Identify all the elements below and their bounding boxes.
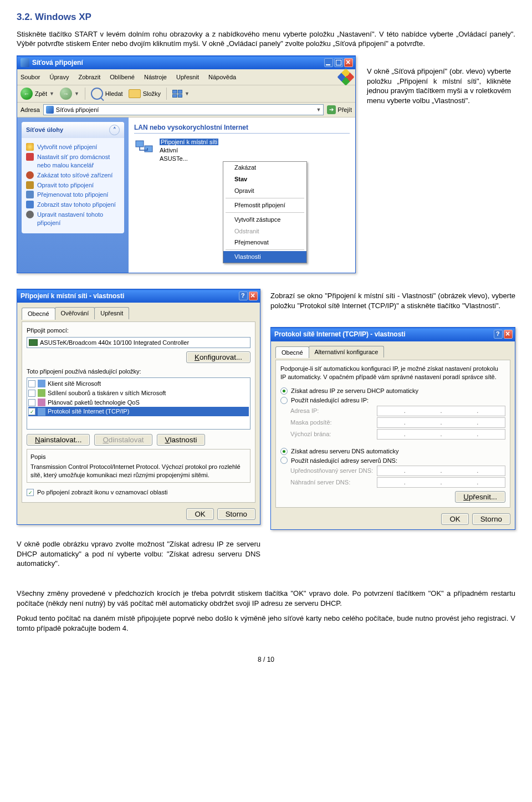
menu-advanced[interactable]: Upřesnit bbox=[176, 74, 199, 80]
task-rename[interactable]: Přejmenovat toto připojení bbox=[26, 191, 120, 199]
radio-auto-dns-row[interactable]: Získat adresu serveru DNS automaticky bbox=[280, 447, 505, 456]
ctx-rename[interactable]: Přejmenovat bbox=[223, 237, 306, 248]
mask-field: ... bbox=[377, 417, 505, 428]
cancel-button[interactable]: Storno bbox=[472, 513, 510, 525]
component-qos[interactable]: Plánovač paketů technologie QoS bbox=[28, 398, 249, 407]
ok-button[interactable]: OK bbox=[186, 508, 213, 520]
radio-auto-ip[interactable] bbox=[280, 387, 288, 395]
checkbox[interactable]: ✓ bbox=[28, 408, 35, 415]
separator bbox=[85, 88, 85, 100]
desc-text: Transmission Control Protocol/Internet P… bbox=[30, 463, 247, 479]
menu-view[interactable]: Zobrazit bbox=[78, 74, 100, 80]
address-label: Adresa bbox=[21, 106, 40, 114]
radio-manual-ip-row[interactable]: Použít následující adresu IP: bbox=[280, 396, 505, 405]
svg-rect-1 bbox=[145, 146, 152, 152]
address-input[interactable]: Síťová připojení ▼ bbox=[43, 104, 324, 115]
help-button[interactable] bbox=[494, 330, 503, 339]
ctx-repair[interactable]: Opravit bbox=[223, 185, 306, 197]
tcpip-icon bbox=[38, 408, 45, 416]
window-title: Síťová připojení bbox=[32, 58, 83, 67]
ctx-bridge[interactable]: Přemostit připojení bbox=[223, 200, 306, 211]
sharing-icon bbox=[38, 389, 45, 397]
go-arrow-icon: ➔ bbox=[327, 105, 336, 114]
task-settings[interactable]: Upravit nastavení tohoto připojení bbox=[26, 211, 120, 227]
tcpip-properties-dialog: Protokol sítě Internet (TCP/IP) - vlastn… bbox=[270, 327, 515, 530]
ctx-properties[interactable]: Vlastnosti bbox=[223, 251, 306, 263]
adapter-combobox[interactable]: ASUSTeK/Broadcom 440x 10/100 Integrated … bbox=[27, 337, 250, 348]
component-tcpip[interactable]: ✓Protokol sítě Internet (TCP/IP) bbox=[28, 407, 249, 416]
ctx-status[interactable]: Stav bbox=[223, 173, 306, 185]
radio-manual-dns-row[interactable]: Použít následující adresy serverů DNS: bbox=[280, 457, 505, 465]
help-button[interactable] bbox=[239, 292, 248, 300]
notify-checkbox[interactable]: ✓ bbox=[27, 489, 34, 496]
group-header: LAN nebo vysokorychlostní Internet bbox=[134, 123, 350, 134]
qos-icon bbox=[38, 399, 45, 406]
install-button[interactable]: Nainstalovat... bbox=[27, 434, 90, 446]
folders-button[interactable]: Složky bbox=[129, 89, 161, 98]
close-button[interactable] bbox=[344, 58, 353, 67]
menu-file[interactable]: Soubor bbox=[21, 74, 40, 80]
go-button[interactable]: ➔ Přejít bbox=[327, 105, 352, 114]
tab-auth[interactable]: Ověřování bbox=[55, 307, 95, 319]
menu-tools[interactable]: Nástroje bbox=[144, 74, 167, 80]
tabstrip: Obecné Ověřování Upřesnit bbox=[22, 307, 255, 319]
general-tab-content: Připojit pomocí: ASUSTeK/Broadcom 440x 1… bbox=[22, 321, 255, 503]
tab-general[interactable]: Obecné bbox=[275, 346, 309, 359]
search-button[interactable]: Hledat bbox=[91, 88, 123, 100]
task-status[interactable]: Zobrazit stav tohoto připojení bbox=[26, 201, 120, 209]
dialog-body: Obecné Ověřování Upřesnit Připojit pomoc… bbox=[17, 303, 260, 524]
tab-alternative[interactable]: Alternativní konfigurace bbox=[309, 346, 385, 358]
description-box: Popis Transmission Control Protocol/Inte… bbox=[27, 449, 250, 483]
minimize-button[interactable] bbox=[324, 58, 333, 67]
ip-field: ... bbox=[377, 406, 505, 416]
back-button[interactable]: ← Zpět ▼ bbox=[21, 88, 54, 100]
connect-using-label: Připojit pomocí: bbox=[27, 326, 250, 335]
configure-button[interactable]: KKonfigurovat...onfigurovat... bbox=[186, 351, 250, 363]
notify-label: Po připojení zobrazit ikonu v oznamovací… bbox=[37, 488, 167, 497]
ctx-delete: Odstranit bbox=[223, 226, 306, 237]
tab-general[interactable]: Obecné bbox=[22, 308, 55, 320]
properties-button[interactable]: Vlastnosti bbox=[157, 434, 206, 446]
close-button[interactable] bbox=[249, 292, 258, 300]
toolbar: ← Zpět ▼ → ▼ Hledat Složky ▼ bbox=[17, 85, 355, 103]
desc-title: Popis bbox=[30, 453, 247, 461]
ctx-disable[interactable]: Zakázat bbox=[223, 162, 306, 173]
component-sharing[interactable]: Sdílení souborů a tiskáren v sítích Micr… bbox=[28, 389, 249, 398]
general-tab-content: Podporuje-li síť automatickou konfigurac… bbox=[275, 360, 510, 508]
task-repair[interactable]: Opravit toto připojení bbox=[26, 181, 120, 190]
menu-help[interactable]: Nápověda bbox=[208, 74, 236, 80]
close-button[interactable] bbox=[504, 330, 513, 339]
task-setup-network[interactable]: Nastavit síť pro domácnost nebo malou ka… bbox=[26, 153, 120, 170]
dns2-label: Náhradní server DNS: bbox=[290, 478, 374, 487]
ok-button[interactable]: OK bbox=[441, 513, 468, 525]
tab-advanced[interactable]: Upřesnit bbox=[94, 307, 129, 319]
radio-auto-ip-row[interactable]: Získat adresu IP ze serveru DHCP automat… bbox=[280, 387, 505, 395]
gateway-field: ... bbox=[377, 429, 505, 440]
task-disable[interactable]: Zakázat toto síťové zařízení bbox=[26, 171, 120, 180]
checkbox[interactable] bbox=[28, 399, 35, 406]
tasks-header[interactable]: Síťové úlohy ˄ bbox=[22, 122, 124, 138]
task-create-connection[interactable]: Vytvořit nové připojení bbox=[26, 143, 120, 151]
radio-manual-dns[interactable] bbox=[280, 457, 288, 464]
component-client[interactable]: Klient sítě Microsoft bbox=[28, 379, 249, 389]
advanced-button[interactable]: Upřesnit... bbox=[455, 491, 505, 503]
components-listbox[interactable]: Klient sítě Microsoft Sdílení souborů a … bbox=[27, 377, 250, 430]
cancel-button[interactable]: Storno bbox=[217, 508, 255, 520]
section-title: 3.2. Windows XP bbox=[17, 11, 515, 24]
ctx-shortcut[interactable]: Vytvořit zástupce bbox=[223, 214, 306, 226]
connection-item[interactable]: Připojení k místní síti Aktivní ASUSTe..… bbox=[134, 138, 350, 164]
checkbox[interactable] bbox=[28, 380, 35, 387]
chevron-up-icon: ˄ bbox=[109, 125, 120, 135]
radio-manual-ip[interactable] bbox=[280, 397, 288, 404]
menu-favorites[interactable]: Oblíbené bbox=[110, 74, 135, 80]
page-number: 8 / 10 bbox=[17, 655, 515, 664]
views-button[interactable]: ▼ bbox=[172, 90, 190, 98]
forward-button[interactable]: → ▼ bbox=[60, 88, 79, 100]
gateway-label: Výchozí brána: bbox=[290, 430, 374, 438]
menu-edit[interactable]: Úpravy bbox=[50, 74, 69, 80]
checkbox[interactable] bbox=[28, 390, 35, 397]
right-col: Zobrazí se okno "Připojení k místní síti… bbox=[270, 289, 515, 530]
maximize-button[interactable] bbox=[334, 58, 343, 67]
radio-auto-dns[interactable] bbox=[280, 448, 288, 455]
rename-icon bbox=[26, 191, 34, 198]
